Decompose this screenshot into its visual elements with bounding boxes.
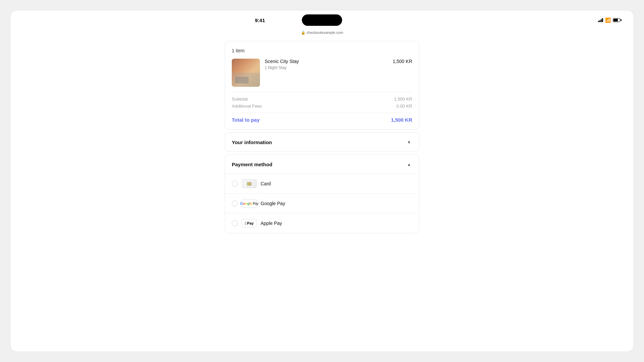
signal-bars-icon <box>598 18 603 22</box>
payment-method-header[interactable]: Payment method ▴ <box>225 155 419 174</box>
room-image-visual <box>232 59 260 87</box>
payment-method-title: Payment method <box>232 162 272 167</box>
status-bar: 9:41 📶 <box>10 10 634 30</box>
divider-2 <box>232 113 412 113</box>
fees-label: Additional Fees <box>232 104 262 109</box>
total-row: Total to pay 1,500 KR <box>232 117 412 123</box>
your-information-section[interactable]: Your information ▾ <box>225 132 419 152</box>
apple-icon:  <box>245 221 247 226</box>
items-header: 1 item <box>232 48 412 53</box>
applepay-label: Apple Pay <box>261 221 282 226</box>
payment-method-chevron-up-icon: ▴ <box>406 161 412 168</box>
fees-value: 0.00 KR <box>396 104 412 109</box>
your-information-header[interactable]: Your information ▾ <box>225 133 419 152</box>
url-bar: 🔒 checkoutexample.com <box>301 30 343 38</box>
checkout-container: 1 item Scenic City Stay 1 Night Stay 1,5… <box>225 41 419 233</box>
googlepay-label: Google Pay <box>261 201 285 206</box>
total-value: 1,500 KR <box>391 117 412 123</box>
payment-option-applepay[interactable]:  Pay Apple Pay <box>225 214 419 233</box>
subtotal-row: Subtotal 1,500 KR <box>232 97 412 102</box>
content-area: 1 item Scenic City Stay 1 Night Stay 1,5… <box>10 38 634 352</box>
subtotal-value: 1,500 KR <box>394 97 412 102</box>
card-chip-visual <box>247 182 252 186</box>
googlepay-logo-icon: Google Pay <box>242 199 257 208</box>
payment-option-card[interactable]: Card <box>225 174 419 194</box>
your-information-chevron-down-icon: ▾ <box>406 139 412 145</box>
item-price: 1,500 KR <box>393 59 412 64</box>
order-summary-card: 1 item Scenic City Stay 1 Night Stay 1,5… <box>225 41 419 130</box>
radio-card[interactable] <box>232 181 238 187</box>
payment-options-list: Card Google Pay Google Pay <box>225 174 419 233</box>
battery-icon <box>613 18 620 22</box>
lock-icon: 🔒 <box>301 31 306 35</box>
card-label: Card <box>261 181 271 186</box>
url-text: checkoutexample.com <box>307 31 343 35</box>
applepay-logo-icon:  Pay <box>242 219 257 228</box>
item-name: Scenic City Stay <box>265 59 388 64</box>
subtotal-label: Subtotal <box>232 97 248 102</box>
status-icons: 📶 <box>598 17 620 23</box>
device-frame: 9:41 📶 🔒 checkoutexample.com 1 item <box>10 10 634 352</box>
radio-applepay[interactable] <box>232 220 238 226</box>
payment-option-googlepay[interactable]: Google Pay Google Pay <box>225 194 419 214</box>
applepay-logo-text:  Pay <box>245 221 254 226</box>
dynamic-island <box>302 14 342 26</box>
status-time: 9:41 <box>255 17 265 23</box>
fees-row: Additional Fees 0.00 KR <box>232 104 412 109</box>
payment-method-section: Payment method ▴ Card <box>225 155 419 233</box>
googlepay-logo-text: Google Pay <box>240 202 259 205</box>
item-image <box>232 59 260 87</box>
item-details: Scenic City Stay 1 Night Stay <box>265 59 388 70</box>
your-information-title: Your information <box>232 139 272 145</box>
wifi-icon: 📶 <box>605 17 611 23</box>
divider-1 <box>232 92 412 93</box>
card-logo-icon <box>242 179 257 188</box>
item-subtitle: 1 Night Stay <box>265 65 388 70</box>
order-item: Scenic City Stay 1 Night Stay 1,500 KR <box>232 59 412 87</box>
battery-fill <box>613 19 618 21</box>
total-label: Total to pay <box>232 117 260 123</box>
radio-googlepay[interactable] <box>232 200 238 206</box>
